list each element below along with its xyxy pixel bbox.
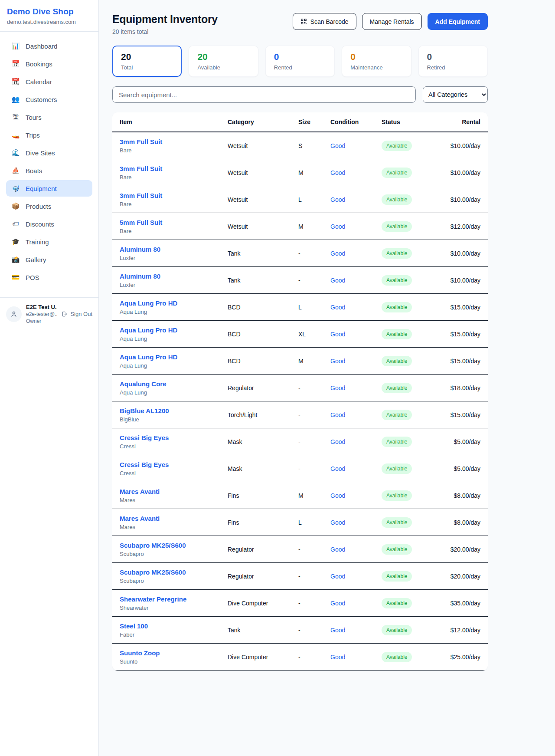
sidebar-item-gallery[interactable]: 📸 Gallery bbox=[6, 251, 92, 268]
item-name-link[interactable]: 3mm Full Suit bbox=[120, 165, 228, 172]
sidebar-item-boats[interactable]: ⛵ Boats bbox=[6, 162, 92, 179]
sidebar-item-equipment[interactable]: 🤿 Equipment bbox=[6, 180, 92, 197]
item-name-link[interactable]: BigBlue AL1200 bbox=[120, 407, 228, 414]
sidebar-item-training[interactable]: 🎓 Training bbox=[6, 233, 92, 250]
item-name-link[interactable]: Scubapro MK25/S600 bbox=[120, 569, 228, 576]
table-row[interactable]: Aqua Lung Pro HD Aqua Lung BCD L Good Av… bbox=[112, 294, 488, 321]
item-condition-link[interactable]: Good bbox=[330, 438, 382, 445]
item-name-link[interactable]: Steel 100 bbox=[120, 622, 228, 630]
sailboat-icon: ⛵ bbox=[11, 167, 20, 174]
item-name-link[interactable]: Aqua Lung Pro HD bbox=[120, 326, 228, 334]
status-badge: Available bbox=[382, 302, 412, 312]
item-condition-link[interactable]: Good bbox=[330, 385, 382, 391]
table-row[interactable]: Cressi Big Eyes Cressi Mask - Good Avail… bbox=[112, 455, 488, 482]
add-equipment-button[interactable]: Add Equipment bbox=[428, 13, 488, 30]
table-row[interactable]: Aqua Lung Pro HD Aqua Lung BCD XL Good A… bbox=[112, 321, 488, 348]
stat-card-available[interactable]: 20 Available bbox=[189, 46, 258, 77]
item-name-link[interactable]: Cressi Big Eyes bbox=[120, 461, 228, 468]
search-input[interactable] bbox=[112, 86, 416, 103]
item-name-link[interactable]: Cressi Big Eyes bbox=[120, 434, 228, 441]
item-rental: $10.00/day bbox=[444, 169, 480, 176]
table-row[interactable]: Aqualung Core Aqua Lung Regulator - Good… bbox=[112, 375, 488, 401]
item-name-link[interactable]: Aqualung Core bbox=[120, 380, 228, 388]
brand-name[interactable]: Demo Dive Shop bbox=[7, 7, 91, 16]
table-row[interactable]: Cressi Big Eyes Cressi Mask - Good Avail… bbox=[112, 428, 488, 455]
sidebar-item-trips[interactable]: 🚤 Trips bbox=[6, 127, 92, 143]
item-name-link[interactable]: Aqua Lung Pro HD bbox=[120, 353, 228, 361]
table-row[interactable]: Aluminum 80 Luxfer Tank - Good Available… bbox=[112, 240, 488, 267]
item-condition-link[interactable]: Good bbox=[330, 519, 382, 526]
sidebar-item-bookings[interactable]: 📅 Bookings bbox=[6, 56, 92, 72]
table-row[interactable]: Scubapro MK25/S600 Scubapro Regulator - … bbox=[112, 536, 488, 563]
item-condition-link[interactable]: Good bbox=[330, 331, 382, 338]
item-condition-link[interactable]: Good bbox=[330, 465, 382, 472]
table-row[interactable]: Suunto Zoop Suunto Dive Computer - Good … bbox=[112, 644, 488, 671]
item-name-link[interactable]: Scubapro MK25/S600 bbox=[120, 542, 228, 549]
sidebar-item-products[interactable]: 📦 Products bbox=[6, 198, 92, 214]
item-category: Torch/Light bbox=[228, 411, 298, 418]
sidebar-item-dive-sites[interactable]: 🌊 Dive Sites bbox=[6, 145, 92, 161]
item-condition-link[interactable]: Good bbox=[330, 654, 382, 661]
item-condition-link[interactable]: Good bbox=[330, 600, 382, 607]
table-row[interactable]: Scubapro MK25/S600 Scubapro Regulator - … bbox=[112, 563, 488, 590]
item-condition-link[interactable]: Good bbox=[330, 196, 382, 203]
bar-chart-icon: 📊 bbox=[11, 42, 20, 50]
table-row[interactable]: Mares Avanti Mares Fins M Good Available… bbox=[112, 482, 488, 509]
sign-out-button[interactable]: Sign Out bbox=[61, 311, 92, 317]
item-name-link[interactable]: Mares Avanti bbox=[120, 515, 228, 522]
table-row[interactable]: 3mm Full Suit Bare Wetsuit M Good Availa… bbox=[112, 159, 488, 186]
item-name-link[interactable]: Mares Avanti bbox=[120, 488, 228, 495]
item-condition-link[interactable]: Good bbox=[330, 277, 382, 284]
item-brand: Cressi bbox=[120, 443, 228, 450]
table-row[interactable]: 5mm Full Suit Bare Wetsuit M Good Availa… bbox=[112, 213, 488, 240]
stat-card-rented[interactable]: 0 Rented bbox=[265, 46, 335, 77]
item-rental: $8.00/day bbox=[444, 492, 480, 499]
item-condition-link[interactable]: Good bbox=[330, 250, 382, 257]
item-category: BCD bbox=[228, 304, 298, 311]
table-row[interactable]: Steel 100 Faber Tank - Good Available $1… bbox=[112, 617, 488, 644]
item-name-link[interactable]: 5mm Full Suit bbox=[120, 219, 228, 226]
table-row[interactable]: BigBlue AL1200 BigBlue Torch/Light - Goo… bbox=[112, 401, 488, 428]
item-condition-link[interactable]: Good bbox=[330, 411, 382, 418]
sidebar-item-calendar[interactable]: 📆 Calendar bbox=[6, 73, 92, 90]
item-condition-link[interactable]: Good bbox=[330, 304, 382, 311]
item-condition-link[interactable]: Good bbox=[330, 169, 382, 176]
item-name-link[interactable]: Shearwater Peregrine bbox=[120, 595, 228, 603]
item-condition-link[interactable]: Good bbox=[330, 546, 382, 553]
stat-card-total[interactable]: 20 Total bbox=[112, 46, 182, 77]
item-brand: Bare bbox=[120, 201, 228, 207]
table-row[interactable]: Shearwater Peregrine Shearwater Dive Com… bbox=[112, 590, 488, 617]
stat-card-retired[interactable]: 0 Retired bbox=[418, 46, 488, 77]
item-name-link[interactable]: Aluminum 80 bbox=[120, 246, 228, 253]
table-row[interactable]: Aluminum 80 Luxfer Tank - Good Available… bbox=[112, 267, 488, 294]
stat-label: Maintenance bbox=[350, 64, 402, 71]
table-row[interactable]: 3mm Full Suit Bare Wetsuit L Good Availa… bbox=[112, 186, 488, 213]
sidebar-item-discounts[interactable]: 🏷 Discounts bbox=[6, 216, 92, 232]
item-condition-link[interactable]: Good bbox=[330, 492, 382, 499]
sidebar-item-customers[interactable]: 👥 Customers bbox=[6, 91, 92, 108]
item-condition-link[interactable]: Good bbox=[330, 627, 382, 634]
manage-rentals-button[interactable]: Manage Rentals bbox=[362, 13, 422, 30]
stat-value: 0 bbox=[427, 52, 479, 62]
item-name-link[interactable]: Aluminum 80 bbox=[120, 273, 228, 280]
sidebar-item-pos[interactable]: 💳 POS bbox=[6, 269, 92, 286]
sidebar-item-dashboard[interactable]: 📊 Dashboard bbox=[6, 38, 92, 54]
item-category: Tank bbox=[228, 250, 298, 257]
item-size: XL bbox=[298, 331, 330, 338]
item-name-link[interactable]: 3mm Full Suit bbox=[120, 138, 228, 145]
table-row[interactable]: Mares Avanti Mares Fins L Good Available… bbox=[112, 509, 488, 536]
item-name-link[interactable]: 3mm Full Suit bbox=[120, 192, 228, 199]
item-name-link[interactable]: Aqua Lung Pro HD bbox=[120, 299, 228, 307]
item-name-link[interactable]: Suunto Zoop bbox=[120, 649, 228, 657]
item-condition-link[interactable]: Good bbox=[330, 142, 382, 149]
table-row[interactable]: 3mm Full Suit Bare Wetsuit S Good Availa… bbox=[112, 132, 488, 159]
item-condition-link[interactable]: Good bbox=[330, 573, 382, 580]
stat-card-maintenance[interactable]: 0 Maintenance bbox=[342, 46, 411, 77]
table-row[interactable]: Aqua Lung Pro HD Aqua Lung BCD M Good Av… bbox=[112, 348, 488, 375]
sidebar-item-tours[interactable]: 🏝 Tours bbox=[6, 109, 92, 125]
item-condition-link[interactable]: Good bbox=[330, 223, 382, 230]
item-brand: Bare bbox=[120, 147, 228, 154]
item-condition-link[interactable]: Good bbox=[330, 358, 382, 365]
category-select[interactable]: All Categories bbox=[423, 86, 488, 103]
scan-barcode-button[interactable]: Scan Barcode bbox=[293, 13, 356, 30]
